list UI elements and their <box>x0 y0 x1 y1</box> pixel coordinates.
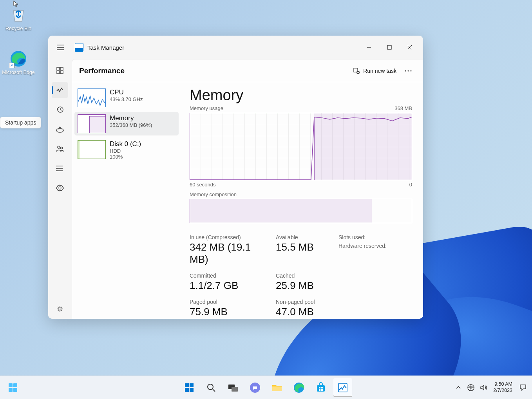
run-task-icon <box>353 67 360 74</box>
svg-rect-21 <box>9 383 13 387</box>
paged-pool-label: Paged pool <box>190 299 272 305</box>
svg-point-19 <box>410 70 411 71</box>
composition-label: Memory composition <box>190 191 412 197</box>
slots-used-label: Slots used: <box>338 234 423 240</box>
svg-rect-20 <box>89 116 105 133</box>
start-button[interactable] <box>180 378 199 397</box>
task-view-button[interactable] <box>224 378 242 397</box>
search-button[interactable] <box>202 378 221 397</box>
svg-point-11 <box>56 168 57 169</box>
network-button[interactable] <box>467 383 475 392</box>
store-icon <box>315 382 326 393</box>
minimize-button[interactable] <box>359 40 379 55</box>
svg-point-10 <box>56 166 57 166</box>
svg-rect-25 <box>185 383 189 387</box>
run-new-task-label: Run new task <box>363 68 396 74</box>
titlebar[interactable]: Task Manager <box>48 36 423 59</box>
resource-disk-name: Disk 0 (C:) <box>110 140 141 148</box>
svg-rect-39 <box>321 389 323 391</box>
available-label: Available <box>276 234 335 240</box>
edge-label: Microsoft Edge <box>2 70 34 75</box>
chat-icon <box>249 382 261 394</box>
run-new-task-button[interactable]: Run new task <box>349 65 400 77</box>
shortcut-arrow-icon: ↗ <box>9 63 14 68</box>
file-explorer-button[interactable] <box>268 378 286 397</box>
edge-taskbar-icon <box>293 382 305 394</box>
svg-point-18 <box>407 70 409 71</box>
nav-processes[interactable] <box>52 62 68 79</box>
search-icon <box>206 383 216 393</box>
nonpaged-pool-value: 47.0 MB <box>276 306 335 318</box>
clock-time: 9:50 AM <box>494 381 512 388</box>
close-button[interactable] <box>400 40 420 55</box>
recycle-bin-label: Recycle Bin <box>5 26 31 31</box>
task-manager-taskbar-button[interactable] <box>333 378 352 397</box>
resource-memory[interactable]: Memory 352/368 MB (96%) <box>74 112 179 135</box>
hamburger-menu-button[interactable] <box>53 40 68 55</box>
nav-users[interactable] <box>52 141 68 157</box>
svg-rect-2 <box>57 67 60 70</box>
svg-point-8 <box>58 146 60 148</box>
resource-memory-sub: 352/368 MB (96%) <box>110 122 152 128</box>
svg-rect-26 <box>190 383 194 387</box>
memory-composition-bar <box>190 199 412 223</box>
nav-settings[interactable] <box>52 301 68 317</box>
maximize-button[interactable] <box>379 40 400 55</box>
svg-rect-38 <box>319 389 320 391</box>
edge-icon: ↗ <box>9 49 28 68</box>
available-value: 15.5 MB <box>276 241 335 253</box>
detail-pane: Memory Memory usage 368 MB <box>181 82 423 319</box>
mouse-cursor <box>13 0 20 8</box>
nav-app-history[interactable] <box>52 101 68 118</box>
disk-thumbnail <box>78 140 106 159</box>
clock[interactable]: 9:50 AM 2/7/2023 <box>493 381 512 394</box>
svg-rect-5 <box>60 71 63 74</box>
svg-rect-37 <box>321 387 323 388</box>
more-options-button[interactable] <box>400 68 416 74</box>
svg-rect-3 <box>60 67 63 70</box>
committed-value: 1.1/2.7 GB <box>190 280 272 292</box>
task-view-icon <box>228 383 239 392</box>
svg-point-9 <box>61 147 63 149</box>
composition-used-segment <box>190 199 372 223</box>
hardware-reserved-label: Hardware reserved: <box>338 243 423 249</box>
page-title: Performance <box>79 67 349 75</box>
svg-point-12 <box>56 170 57 171</box>
committed-label: Committed <box>190 273 272 279</box>
task-manager-taskbar-icon <box>337 382 348 393</box>
notification-center-button[interactable] <box>518 383 528 393</box>
resource-disk[interactable]: Disk 0 (C:) HDD 100% <box>74 138 179 162</box>
in-use-label: In use (Compressed) <box>190 234 272 240</box>
cached-value: 25.9 MB <box>276 280 335 292</box>
chat-button[interactable] <box>246 378 264 397</box>
speaker-icon <box>480 384 487 392</box>
svg-point-13 <box>59 187 61 189</box>
nav-details[interactable] <box>52 160 68 177</box>
nav-selection-indicator <box>52 86 53 94</box>
edge-taskbar-button[interactable] <box>290 378 308 397</box>
chart-caption-left: Memory usage <box>190 105 223 111</box>
clock-date: 2/7/2023 <box>493 388 512 394</box>
volume-button[interactable] <box>479 383 488 392</box>
svg-rect-33 <box>272 386 282 391</box>
resource-memory-name: Memory <box>110 114 152 122</box>
resource-cpu-sub: 43% 3.70 GHz <box>110 96 143 102</box>
recycle-bin-shortcut[interactable]: Recycle Bin <box>1 5 36 31</box>
svg-point-29 <box>208 384 213 390</box>
edge-shortcut[interactable]: ↗ Microsoft Edge <box>1 49 36 75</box>
resource-cpu[interactable]: CPU 43% 3.70 GHz <box>74 86 179 110</box>
folder-icon <box>271 383 283 393</box>
notification-icon <box>519 383 527 392</box>
nav-services[interactable] <box>52 180 68 196</box>
nav-startup-apps[interactable] <box>52 121 68 137</box>
store-button[interactable] <box>311 378 330 397</box>
tray-overflow-button[interactable] <box>454 383 463 392</box>
svg-rect-31 <box>232 387 238 392</box>
svg-rect-27 <box>185 388 189 392</box>
nonpaged-pool-label: Non-paged pool <box>276 299 335 305</box>
cached-label: Cached <box>276 273 335 279</box>
nav-performance[interactable] <box>52 82 68 98</box>
svg-rect-28 <box>190 388 194 392</box>
axis-left-label: 60 seconds <box>190 182 216 188</box>
widgets-button[interactable] <box>3 378 23 397</box>
